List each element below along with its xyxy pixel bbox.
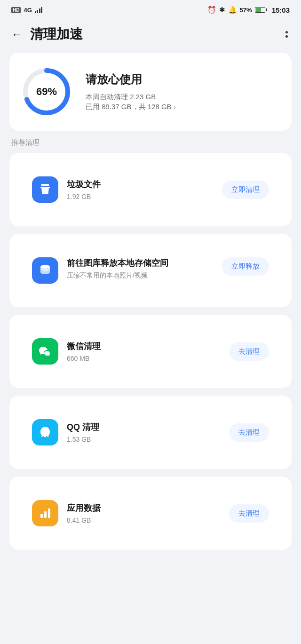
bell-icon: 🔔 [228, 6, 237, 14]
dot-1 [285, 31, 288, 33]
svg-rect-5 [40, 514, 43, 518]
time-label: 15:03 [272, 6, 290, 14]
qq-icon [32, 419, 58, 445]
trash-clean-button[interactable]: 立即清理 [222, 181, 269, 199]
trash-files-card: 垃圾文件 1.92 GB 立即清理 [9, 153, 292, 226]
qq-item-info: QQ 清理 1.53 GB [67, 421, 221, 443]
storage-info: 请放心使用 本周自动清理 2.23 GB 已用 89.37 GB，共 128 G… [86, 72, 176, 112]
gallery-title: 前往图库释放本地存储空间 [67, 257, 214, 269]
gallery-card: 前往图库释放本地存储空间 压缩不常用的本地照片/视频 立即释放 [9, 234, 292, 307]
wechat-clean-item: 微信清理 660 MB 去清理 [21, 328, 280, 375]
storage-detail[interactable]: 已用 89.37 GB，共 128 GB › [86, 103, 176, 111]
appdata-clean-item: 应用数据 8.41 GB 去清理 [21, 490, 280, 537]
svg-rect-6 [44, 511, 47, 518]
trash-size: 1.92 GB [67, 193, 214, 200]
svg-point-4 [40, 265, 50, 269]
alarm-icon: ⏰ [207, 6, 216, 14]
bluetooth-icon: ✱ [219, 6, 225, 14]
trash-item-info: 垃圾文件 1.92 GB [67, 179, 214, 200]
donut-chart: 69% [21, 66, 72, 118]
gallery-clean-item: 前往图库释放本地存储空间 压缩不常用的本地照片/视频 立即释放 [21, 247, 280, 294]
appdata-clean-button[interactable]: 去清理 [229, 504, 269, 523]
header-left: ← 清理加速 [11, 25, 83, 43]
used-label: 已用 89.37 GB，共 128 GB [86, 103, 172, 111]
battery-icon [255, 7, 267, 13]
appdata-size: 8.41 GB [67, 517, 221, 524]
status-right: ⏰ ✱ 🔔 57% 15:03 [207, 6, 290, 14]
status-bar: HD 4G ⏰ ✱ 🔔 57% 15:03 [0, 0, 301, 18]
storage-status-title: 请放心使用 [86, 72, 176, 87]
page-title: 清理加速 [30, 25, 83, 43]
wechat-title: 微信清理 [67, 341, 221, 352]
database-icon [32, 257, 58, 284]
appdata-icon [32, 500, 58, 526]
chevron-right-icon: › [174, 103, 176, 111]
network-label: 4G [24, 7, 32, 14]
qq-title: QQ 清理 [67, 421, 221, 433]
signal-icon [35, 7, 43, 13]
storage-status-card: 69% 请放心使用 本周自动清理 2.23 GB 已用 89.37 GB，共 1… [9, 53, 292, 131]
dot-2 [285, 35, 288, 38]
week-clean-label: 本周自动清理 2.23 GB [86, 91, 176, 103]
hd-badge: HD [11, 7, 21, 13]
svg-rect-2 [44, 189, 45, 193]
appdata-card: 应用数据 8.41 GB 去清理 [9, 477, 292, 550]
wechat-clean-button[interactable]: 去清理 [229, 342, 269, 361]
battery-percent: 57% [240, 7, 252, 14]
wechat-card: 微信清理 660 MB 去清理 [9, 315, 292, 388]
trash-title: 垃圾文件 [67, 179, 214, 191]
trash-icon [32, 176, 58, 203]
percent-label: 69% [36, 86, 57, 98]
wechat-icon [32, 338, 58, 365]
appdata-item-info: 应用数据 8.41 GB [67, 502, 221, 524]
appdata-title: 应用数据 [67, 502, 221, 514]
qq-size: 1.53 GB [67, 436, 221, 443]
back-button[interactable]: ← [11, 29, 23, 40]
qq-clean-item: QQ 清理 1.53 GB 去清理 [21, 409, 280, 456]
qq-card: QQ 清理 1.53 GB 去清理 [9, 396, 292, 469]
svg-rect-7 [48, 509, 50, 518]
gallery-item-info: 前往图库释放本地存储空间 压缩不常用的本地照片/视频 [67, 257, 214, 280]
section-label-recommended: 推荐清理 [0, 138, 301, 153]
more-menu-button[interactable] [284, 29, 290, 40]
status-left: HD 4G [11, 7, 42, 14]
wechat-item-info: 微信清理 660 MB [67, 341, 221, 362]
wechat-size: 660 MB [67, 355, 221, 362]
gallery-release-button[interactable]: 立即释放 [222, 257, 269, 276]
header: ← 清理加速 [0, 18, 301, 53]
gallery-desc: 压缩不常用的本地照片/视频 [67, 271, 214, 280]
svg-rect-3 [46, 189, 47, 193]
qq-clean-button[interactable]: 去清理 [229, 423, 269, 442]
trash-clean-item: 垃圾文件 1.92 GB 立即清理 [21, 166, 280, 213]
